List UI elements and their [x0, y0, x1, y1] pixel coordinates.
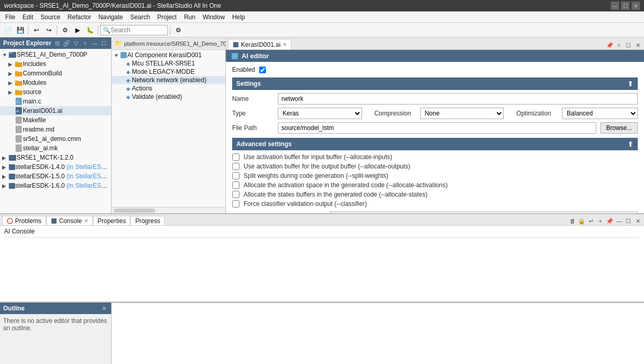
- menu-window[interactable]: Window: [199, 12, 228, 22]
- minimize-panel-button[interactable]: —: [90, 39, 99, 47]
- tree-item-commonbuild[interactable]: ▶ CommonBuild: [0, 69, 111, 78]
- mid-tree-ai-component[interactable]: ▼ AI Component KerasID001: [112, 51, 225, 59]
- tab-progress[interactable]: Progress: [130, 216, 165, 225]
- split-weights-checkbox[interactable]: [232, 172, 239, 179]
- tree-item-sr5e1-ai-demo[interactable]: sr5e1_ai_demo.cmm: [0, 134, 111, 144]
- allocate-states-checkbox[interactable]: [232, 191, 239, 198]
- tree-arrow[interactable]: ▶: [2, 174, 8, 179]
- tree-item-main-c[interactable]: c main.c: [0, 97, 111, 106]
- tree-arrow[interactable]: ▶: [8, 71, 15, 76]
- mid-tree-actions[interactable]: ◆ Actions: [112, 84, 225, 93]
- debug-button[interactable]: 🐛: [84, 24, 96, 36]
- word-wrap-button[interactable]: ↵: [587, 217, 595, 225]
- tree-item-readme[interactable]: readme.md: [0, 125, 111, 134]
- tree-arrow[interactable]: ▼: [114, 53, 120, 58]
- menu-refactor[interactable]: Refactor: [64, 12, 94, 22]
- tree-label-esdk15: stellarESDK-1.5.0 (in StellarESDK-1.5.0): [15, 173, 109, 180]
- search-toolbar[interactable]: 🔍: [100, 25, 168, 35]
- tab-close-button[interactable]: ✕: [283, 42, 287, 47]
- search-input[interactable]: [111, 27, 163, 34]
- clear-console-button[interactable]: 🗑: [568, 217, 576, 225]
- allocate-outputs-checkbox[interactable]: [232, 163, 239, 170]
- menu-file[interactable]: File: [2, 12, 18, 22]
- svg-rect-15: [16, 126, 22, 133]
- mid-tree-mode[interactable]: ◆ Mode LEGACY-MODE: [112, 68, 225, 76]
- settings-button[interactable]: ⚙: [172, 24, 184, 36]
- tab-kerasid[interactable]: KerasID001.ai ✕: [228, 39, 291, 49]
- tree-item-project[interactable]: ▼ SR5E1_AI_Demo_7000P: [0, 50, 111, 59]
- maximize-button[interactable]: ☐: [621, 2, 629, 10]
- tree-arrow[interactable]: ▶: [2, 164, 8, 170]
- redo-button[interactable]: ↪: [43, 24, 55, 36]
- bottom-max-button[interactable]: ☐: [624, 217, 633, 225]
- panel-menu-button[interactable]: ▿: [81, 39, 89, 47]
- allocate-activations-checkbox[interactable]: [232, 181, 239, 189]
- editor-close-button[interactable]: ✕: [634, 41, 642, 49]
- minimize-button[interactable]: —: [611, 2, 619, 10]
- tree-item-source[interactable]: ▶ source: [0, 87, 111, 97]
- bottom-close-button[interactable]: ✕: [634, 217, 642, 225]
- menu-source[interactable]: Source: [37, 12, 63, 22]
- collapse-all-button[interactable]: ⊟: [53, 39, 61, 47]
- console-tab-close[interactable]: ✕: [84, 218, 88, 224]
- menu-search[interactable]: Search: [127, 12, 153, 22]
- tree-arrow[interactable]: ▶: [8, 61, 15, 67]
- run-button[interactable]: ▶: [72, 24, 83, 36]
- menu-navigate[interactable]: Navigate: [95, 12, 126, 22]
- tree-item-stellar-ai-mk[interactable]: stellar_ai.mk: [0, 144, 111, 153]
- settings-collapse-button[interactable]: ⬆: [627, 80, 634, 88]
- classifier-checkbox[interactable]: [232, 200, 239, 207]
- tree-item-modules[interactable]: ▶ Modules: [0, 78, 111, 87]
- menu-help[interactable]: Help: [229, 12, 248, 22]
- compression-select[interactable]: None Low: [420, 108, 504, 119]
- mid-scrollbar[interactable]: [112, 207, 225, 213]
- pin-button[interactable]: 📌: [606, 41, 614, 49]
- panels-row: Project Explorer ⊟ 🔗 ▽ ▿ — ☐ ▼ SR5E1_AI_…: [0, 37, 644, 213]
- close-button[interactable]: ✕: [632, 2, 640, 10]
- allocate-inputs-checkbox[interactable]: [232, 153, 239, 161]
- tree-item-esdk-16[interactable]: ▶ stellarESDK-1.6.0 (in StellarESDK-1.6.…: [0, 181, 111, 190]
- tree-arrow[interactable]: ▶: [8, 89, 15, 95]
- filter-button[interactable]: ▽: [72, 39, 80, 47]
- editor-max-button[interactable]: ☐: [624, 41, 633, 49]
- tree-item-sr5e1-mctk[interactable]: ▶ SR5E1_MCTK-1.2.0: [0, 153, 111, 162]
- optimization-select[interactable]: Balanced Speed: [562, 108, 638, 119]
- advanced-collapse-button[interactable]: ⬆: [627, 140, 634, 148]
- tab-problems[interactable]: ! Problems: [2, 216, 46, 225]
- undo-button[interactable]: ↩: [31, 24, 42, 36]
- name-input[interactable]: [278, 93, 638, 105]
- bottom-minimize-button[interactable]: —: [615, 217, 623, 225]
- console-input[interactable]: [4, 240, 640, 249]
- tree-item-kerasid[interactable]: AI KerasID001.ai: [0, 106, 111, 115]
- save-button[interactable]: 💾: [15, 24, 26, 36]
- menu-run[interactable]: Run: [181, 12, 198, 22]
- tree-item-esdk-15[interactable]: ▶ stellarESDK-1.5.0 (in StellarESDK-1.5.…: [0, 172, 111, 181]
- tree-arrow[interactable]: ▶: [2, 155, 8, 161]
- enabled-checkbox[interactable]: [259, 67, 266, 73]
- type-select[interactable]: Keras TensorFlow ONNX: [278, 108, 362, 119]
- scroll-lock-button[interactable]: 🔒: [578, 217, 586, 225]
- mid-tree-network[interactable]: ◆ Network network (enabled): [112, 76, 225, 84]
- menu-project[interactable]: Project: [154, 12, 180, 22]
- menu-edit[interactable]: Edit: [19, 12, 36, 22]
- tree-arrow[interactable]: ▼: [2, 52, 8, 58]
- tree-arrow[interactable]: ▶: [2, 183, 8, 189]
- tab-properties[interactable]: Properties: [93, 216, 131, 225]
- pin-console-button[interactable]: 📌: [606, 217, 614, 225]
- tree-item-makefile[interactable]: Makefile: [0, 115, 111, 125]
- new-console-button[interactable]: +: [596, 217, 605, 225]
- build-button[interactable]: ⚙: [59, 24, 71, 36]
- filepath-input[interactable]: [278, 122, 596, 134]
- mid-tree-mcu[interactable]: ◆ Mcu STELLAR-SR5E1: [112, 59, 225, 68]
- tab-console[interactable]: Console ✕: [46, 216, 93, 225]
- editor-menu-button[interactable]: ▿: [615, 41, 623, 49]
- new-file-button[interactable]: 📄: [2, 24, 14, 36]
- link-editor-button[interactable]: 🔗: [62, 39, 71, 47]
- filepath-browse-button[interactable]: Browse...: [600, 122, 638, 134]
- mid-tree-validate[interactable]: ◆ Validate (enabled): [112, 93, 225, 101]
- tree-arrow[interactable]: ▶: [8, 80, 15, 86]
- tree-item-esdk-14[interactable]: ▶ stellarESDK-1.4.0 (in StellarESDK-1.4.…: [0, 162, 111, 172]
- maximize-panel-button[interactable]: ☐: [100, 39, 108, 47]
- outline-close-button[interactable]: ✕: [100, 304, 108, 313]
- tree-item-includes[interactable]: ▶ Includes: [0, 59, 111, 69]
